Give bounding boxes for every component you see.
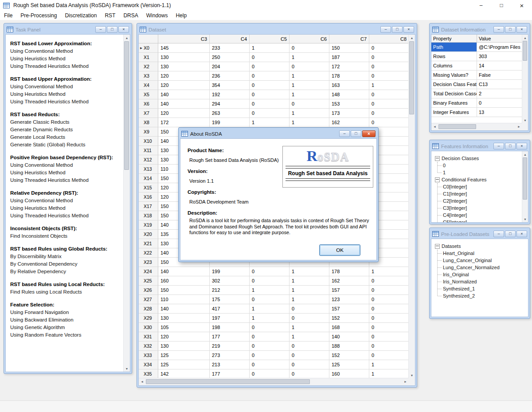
scroll-up-button[interactable]: ▲ [522,35,528,41]
cell[interactable]: 0 [250,62,289,71]
cell[interactable]: 187 [329,53,369,62]
cell[interactable]: 1 [369,360,409,369]
cell[interactable]: 0 [369,90,409,99]
dataset-information-titlebar[interactable]: Dataset Information – □ × [431,25,528,34]
cell[interactable]: 1 [289,71,329,81]
property-cell[interactable]: Rows [431,52,477,61]
row-header[interactable]: X20 [139,230,158,239]
maximize-button[interactable]: □ [351,130,361,137]
cell[interactable]: 130 [158,341,210,351]
row-header[interactable]: X27 [139,295,158,304]
close-button[interactable]: × [118,26,129,33]
cell[interactable]: 0 [369,286,409,295]
preloaded-datasets-titlebar[interactable]: Pre-Loaded Datasets – □ × [431,229,528,239]
task-item[interactable]: Using Random Feature Vectors [10,331,123,339]
cell[interactable]: 0 [289,43,329,53]
cell[interactable]: 0 [250,360,289,369]
cell[interactable]: 354 [210,81,250,90]
row-header[interactable]: X12 [139,155,158,165]
features-information-titlebar[interactable]: Features Information – □ × [431,141,528,151]
value-cell[interactable]: C13 [477,80,522,89]
minimize-button[interactable]: – [95,26,106,33]
row-header[interactable]: X32 [139,341,158,351]
close-button[interactable]: × [516,26,527,33]
scroll-down-button[interactable]: ▼ [124,365,130,372]
row-header[interactable]: X28 [139,304,158,314]
cell[interactable]: 236 [210,71,250,81]
cell[interactable]: 145 [158,43,210,53]
cell[interactable]: 150 [329,43,369,53]
row-header[interactable]: X7 [139,109,158,118]
cell[interactable]: 1 [369,369,409,378]
app-titlebar[interactable]: Rough Set based Data Analysis (RoSDA) Fr… [0,0,532,11]
cell[interactable]: 153 [329,99,369,109]
cell[interactable]: 177 [210,332,250,341]
dataset-vscrollbar[interactable]: ▲ ▼ [408,35,415,378]
cell[interactable]: 1 [250,286,289,295]
row-header[interactable]: X18 [139,211,158,220]
value-cell[interactable]: 2 [477,89,522,98]
task-panel-titlebar[interactable]: Task Panel – □ × [5,25,130,34]
cell[interactable]: 162 [329,276,369,286]
cell[interactable]: 0 [369,314,409,323]
task-item[interactable]: Using Heuristics Method [10,204,123,212]
scroll-left-button[interactable]: ◄ [139,378,145,385]
cell[interactable]: 125 [329,360,369,369]
row-header[interactable]: X16 [139,192,158,202]
cell[interactable]: 0 [369,295,409,304]
task-item[interactable]: Using Genetic Algorithm [10,324,123,331]
cell[interactable]: 294 [210,99,250,109]
column-header-c6[interactable]: C6 [289,35,329,43]
tree-leaf[interactable]: C0[Integer] [435,183,522,190]
info-vscrollbar[interactable]: ▲ ▼ [522,35,528,123]
maximize-button[interactable]: □ [505,231,516,237]
maximize-button[interactable]: □ [392,26,403,33]
cell[interactable]: 1 [289,118,329,127]
cell[interactable]: 0 [250,53,289,62]
scroll-down-button[interactable]: ▼ [522,117,528,123]
cell[interactable]: 0 [250,71,289,81]
row-header[interactable]: X23 [139,258,158,267]
scroll-left-button[interactable]: ◄ [431,123,438,130]
scroll-up-button[interactable]: ▲ [124,35,130,41]
cell[interactable]: 204 [210,62,250,71]
cell[interactable]: 0 [250,351,289,360]
expander-icon[interactable] [435,156,440,161]
cell[interactable]: 140 [158,90,210,99]
cell[interactable]: 199 [210,118,250,127]
menu-item-help[interactable]: Help [172,11,191,20]
scroll-right-button[interactable]: ► [516,123,522,130]
cell[interactable]: 1 [369,267,409,276]
column-header-c4[interactable]: C4 [210,35,250,43]
cell[interactable]: 140 [329,332,369,341]
scrollbar-thumb[interactable] [438,124,476,129]
cell[interactable]: 0 [369,351,409,360]
tree-leaf[interactable]: C2[Integer] [435,197,522,204]
cell[interactable]: 212 [210,286,250,295]
cell[interactable]: 0 [289,341,329,351]
cell[interactable]: 0 [250,341,289,351]
task-item[interactable]: By Conventional Dependency [10,260,123,268]
task-item[interactable]: Using Backward Elimination [10,316,123,324]
row-header[interactable]: ►X0 [139,43,158,53]
window-close-button[interactable]: × [512,0,532,11]
scroll-up-button[interactable]: ▲ [409,35,415,41]
cell[interactable]: 140 [158,99,210,109]
cell[interactable]: 140 [158,304,210,314]
row-header[interactable]: X11 [139,146,158,155]
column-header-value[interactable]: Value [477,35,522,43]
tree-leaf[interactable]: Iris_Original [435,271,528,278]
cell[interactable]: 125 [158,360,210,369]
cell[interactable]: 157 [329,304,369,314]
tree-leaf[interactable]: C1[Integer] [435,190,522,197]
column-header-c8[interactable]: C8 [369,35,409,43]
cell[interactable]: 1 [369,81,409,90]
task-item[interactable]: Using Heuristics Method [10,90,123,98]
cell[interactable]: 1 [250,304,289,314]
minimize-button[interactable]: – [493,143,504,149]
cell[interactable]: 417 [210,304,250,314]
cell[interactable]: 0 [250,276,289,286]
cell[interactable]: 130 [158,53,210,62]
cell[interactable]: 150 [158,286,210,295]
cell[interactable]: 0 [289,314,329,323]
